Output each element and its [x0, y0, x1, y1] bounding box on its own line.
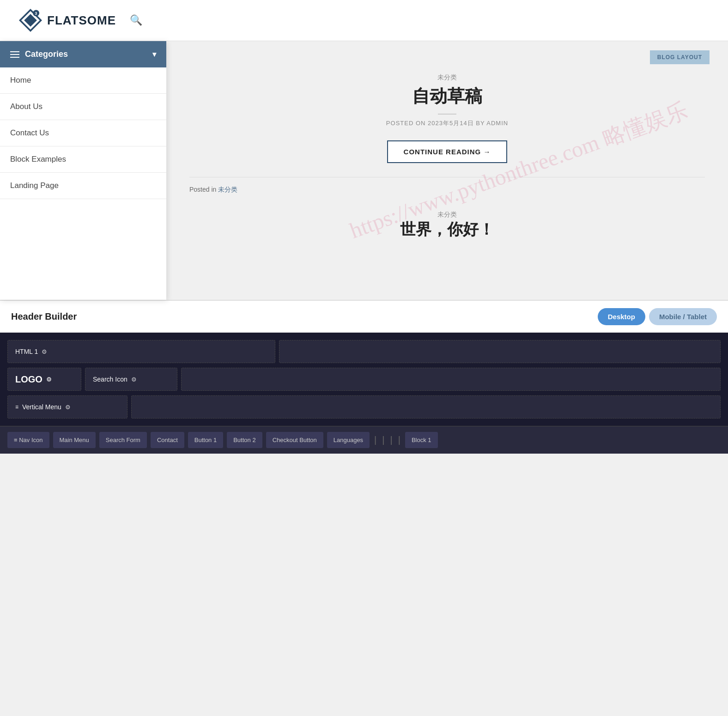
checkout-button-btn[interactable]: Checkout Button — [266, 432, 323, 448]
nav-item-contact[interactable]: Contact Us — [0, 120, 166, 146]
post1-meta: POSTED ON 2023年5月14日 BY ADMIN — [189, 119, 705, 127]
hamburger-icon — [10, 51, 19, 58]
vertical-menu-label: Vertical Menu — [22, 403, 61, 411]
vertical-menu-icon: ≡ — [15, 404, 18, 410]
site-header: 3 FLATSOME 🔍 — [0, 0, 728, 41]
post1-title: 自动草稿 — [189, 85, 705, 108]
post1-category: 未分类 — [189, 73, 705, 82]
logo-cell-label: LOGO — [15, 374, 42, 385]
vertical-menu-cell[interactable]: ≡ Vertical Menu ⚙ — [7, 395, 127, 419]
chevron-down-icon: ▾ — [152, 50, 156, 59]
categories-label: Categories — [25, 49, 68, 59]
search-icon-gear-icon[interactable]: ⚙ — [131, 376, 137, 383]
svg-text:3: 3 — [35, 11, 37, 16]
nav-item-block-examples[interactable]: Block Examples — [0, 146, 166, 173]
logo-cell[interactable]: LOGO ⚙ — [7, 368, 81, 391]
builder-row-3: ≡ Vertical Menu ⚙ — [7, 395, 721, 419]
posted-in-label: Posted in — [189, 186, 216, 193]
post2-title: 世界，你好！ — [189, 219, 705, 240]
builder-row-1: HTML 1 ⚙ — [7, 340, 721, 363]
row2-empty-cell — [181, 368, 721, 391]
nav-item-about[interactable]: About Us — [0, 94, 166, 120]
search-icon-cell[interactable]: Search Icon ⚙ — [85, 368, 177, 391]
separator-1: | — [373, 435, 377, 445]
builder-title: Header Builder — [11, 311, 77, 322]
nav-icon-btn[interactable]: ≡ Nav Icon — [7, 432, 49, 448]
builder-row-2: LOGO ⚙ Search Icon ⚙ — [7, 368, 721, 391]
mobile-tablet-mode-button[interactable]: Mobile / Tablet — [649, 308, 717, 325]
row3-empty-cell — [131, 395, 721, 419]
button1-btn[interactable]: Button 1 — [188, 432, 223, 448]
header-search-icon[interactable]: 🔍 — [130, 14, 142, 26]
html1-cell[interactable]: HTML 1 ⚙ — [7, 340, 275, 363]
logo-gear-icon[interactable]: ⚙ — [46, 376, 52, 383]
logo-area: 3 FLATSOME — [18, 8, 116, 32]
search-icon-cell-label: Search Icon — [93, 376, 127, 383]
post2-category: 未分类 — [189, 211, 705, 219]
posted-in: Posted in 未分类 — [189, 177, 705, 194]
nav-item-landing-page[interactable]: Landing Page — [0, 173, 166, 199]
blog-area: BLOG LAYOUT https://www.pythonthree.com … — [166, 41, 728, 300]
languages-btn[interactable]: Languages — [327, 432, 370, 448]
contact-btn[interactable]: Contact — [151, 432, 184, 448]
block1-btn[interactable]: Block 1 — [405, 432, 438, 448]
html1-gear-icon[interactable]: ⚙ — [42, 348, 47, 355]
continue-reading-button[interactable]: CONTINUE READING → — [387, 140, 507, 163]
blog-layout-button[interactable]: BLOG LAYOUT — [650, 50, 710, 64]
main-menu-btn[interactable]: Main Menu — [53, 432, 96, 448]
separator-3: | — [389, 435, 394, 445]
post-divider — [438, 114, 456, 115]
builder-canvas: HTML 1 ⚙ LOGO ⚙ Search Icon ⚙ ≡ Vertical… — [0, 333, 728, 426]
separator-2: | — [381, 435, 385, 445]
site-logo-text: FLATSOME — [47, 13, 116, 28]
desktop-mode-button[interactable]: Desktop — [598, 308, 645, 325]
vertical-menu-gear-icon[interactable]: ⚙ — [65, 404, 71, 411]
main-area: Categories ▾ Home About Us Contact Us Bl… — [0, 41, 728, 300]
dropdown-menu: Categories ▾ Home About Us Contact Us Bl… — [0, 41, 166, 300]
separator-4: | — [397, 435, 401, 445]
builder-header: Header Builder Desktop Mobile / Tablet — [0, 300, 728, 333]
builder-mode-buttons: Desktop Mobile / Tablet — [598, 308, 717, 325]
flatsome-logo-icon: 3 — [18, 8, 42, 32]
categories-header[interactable]: Categories ▾ — [0, 41, 166, 67]
bottom-toolbar: ≡ Nav Icon Main Menu Search Form Contact… — [0, 426, 728, 454]
row1-empty-cell — [279, 340, 721, 363]
posted-in-link[interactable]: 未分类 — [218, 186, 237, 193]
html1-label: HTML 1 — [15, 348, 38, 355]
nav-item-home[interactable]: Home — [0, 67, 166, 94]
search-form-btn[interactable]: Search Form — [99, 432, 147, 448]
button2-btn[interactable]: Button 2 — [227, 432, 262, 448]
